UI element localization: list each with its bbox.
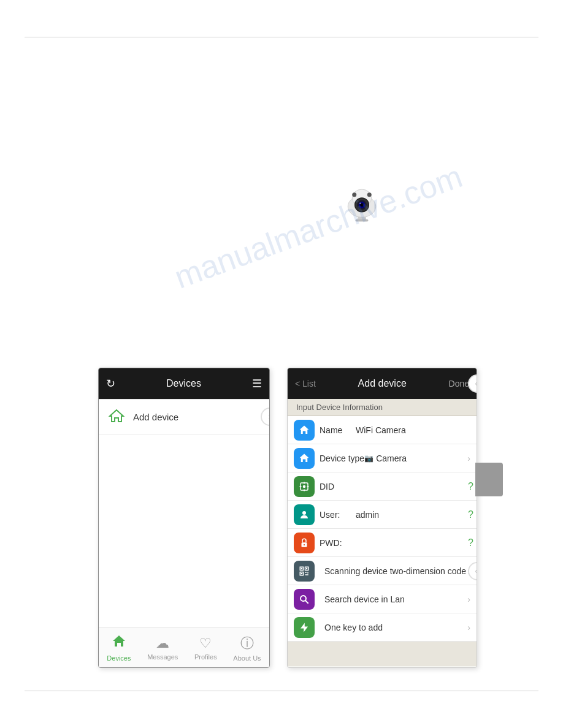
svg-point-3 bbox=[367, 192, 372, 197]
device-type-label: Device type bbox=[320, 453, 364, 463]
did-row: DID ? bbox=[288, 472, 477, 501]
pwd-input[interactable] bbox=[353, 536, 465, 550]
scan-qr-row[interactable]: Scanning device two-dimension code › ○ bbox=[288, 557, 477, 585]
svg-point-22 bbox=[302, 511, 306, 515]
lightning-icon bbox=[294, 617, 315, 638]
device-type-text: Camera bbox=[376, 453, 407, 463]
left-phone-panel: ↻ Devices ☰ Add device › Devices ☁ bbox=[98, 368, 270, 668]
svg-marker-13 bbox=[113, 635, 125, 646]
search-icon bbox=[294, 589, 315, 610]
nav-about[interactable]: ⓘ About Us bbox=[233, 634, 261, 662]
camera-small-icon: 📷 bbox=[364, 454, 373, 463]
user-input[interactable] bbox=[353, 507, 465, 522]
svg-point-8 bbox=[359, 202, 361, 204]
one-key-label: One key to add bbox=[324, 623, 467, 632]
nav-messages[interactable]: ☁ Messages bbox=[147, 635, 178, 661]
qr-icon bbox=[294, 561, 315, 582]
add-device-home-icon bbox=[109, 408, 126, 425]
menu-icon[interactable]: ☰ bbox=[252, 377, 262, 390]
svg-marker-11 bbox=[110, 410, 123, 422]
svg-rect-29 bbox=[306, 567, 307, 569]
device-type-row[interactable]: Device type 📷 Camera › bbox=[288, 444, 477, 472]
watermark: manualmarchive.com bbox=[111, 136, 526, 317]
section-header: Input Device Information bbox=[288, 399, 477, 416]
top-divider bbox=[25, 37, 538, 37]
refresh-icon[interactable]: ↻ bbox=[106, 377, 115, 390]
svg-marker-15 bbox=[300, 453, 309, 462]
about-nav-icon: ⓘ bbox=[240, 634, 254, 653]
scan-circle-btn[interactable]: ○ bbox=[468, 562, 477, 580]
pwd-label: PWD: bbox=[320, 538, 353, 548]
nav-devices[interactable]: Devices bbox=[107, 634, 131, 662]
did-input[interactable] bbox=[353, 479, 465, 494]
user-label: User: bbox=[320, 510, 353, 520]
user-help-icon[interactable]: ? bbox=[468, 509, 473, 520]
did-help-icon[interactable]: ? bbox=[468, 481, 473, 492]
right-panel-header: < List Add device Done ○ bbox=[288, 368, 477, 399]
pwd-row: PWD: ? bbox=[288, 529, 477, 557]
svg-rect-33 bbox=[305, 574, 308, 575]
svg-point-24 bbox=[304, 544, 305, 545]
user-row: User: ? bbox=[288, 501, 477, 529]
right-panel-title: Add device bbox=[316, 378, 449, 389]
bottom-nav: Devices ☁ Messages ♡ Profiles ⓘ About Us bbox=[99, 628, 269, 667]
svg-rect-32 bbox=[307, 572, 308, 573]
scan-qr-label: Scanning device two-dimension code bbox=[324, 566, 467, 576]
add-device-row[interactable]: Add device › bbox=[99, 400, 269, 434]
camera-icon-area bbox=[337, 178, 386, 227]
messages-nav-icon: ☁ bbox=[156, 635, 169, 651]
add-device-label: Add device bbox=[133, 412, 178, 422]
name-icon bbox=[294, 420, 315, 441]
back-button[interactable]: < List bbox=[295, 379, 316, 389]
right-panel: < List Add device Done ○ Input Device In… bbox=[287, 368, 477, 668]
nav-profiles-label: Profiles bbox=[194, 653, 217, 661]
bottom-gray-area bbox=[288, 642, 477, 666]
device-list-empty bbox=[99, 434, 269, 655]
svg-point-17 bbox=[303, 485, 306, 488]
search-lan-label: Search device in Lan bbox=[324, 594, 467, 604]
device-type-chevron: › bbox=[467, 453, 470, 463]
pwd-icon bbox=[294, 533, 315, 553]
svg-marker-14 bbox=[300, 425, 309, 434]
profiles-nav-icon: ♡ bbox=[199, 635, 212, 651]
left-panel-title: Devices bbox=[115, 378, 252, 389]
did-label: DID bbox=[320, 482, 353, 491]
device-type-icon bbox=[294, 448, 315, 469]
svg-rect-28 bbox=[301, 567, 302, 569]
svg-marker-36 bbox=[301, 623, 308, 632]
add-device-arrow[interactable]: › bbox=[261, 408, 270, 426]
search-lan-chevron: › bbox=[467, 594, 470, 604]
user-icon bbox=[294, 504, 315, 525]
svg-rect-30 bbox=[301, 573, 302, 574]
pwd-help-icon[interactable]: ? bbox=[468, 537, 473, 548]
name-label: Name bbox=[320, 425, 353, 435]
device-type-value: 📷 Camera bbox=[364, 453, 407, 463]
search-lan-row[interactable]: Search device in Lan › bbox=[288, 585, 477, 613]
nav-profiles[interactable]: ♡ Profiles bbox=[194, 635, 217, 661]
name-row: Name bbox=[288, 416, 477, 444]
svg-rect-31 bbox=[305, 572, 307, 573]
svg-point-2 bbox=[352, 192, 356, 197]
name-input[interactable] bbox=[353, 423, 470, 438]
svg-rect-10 bbox=[356, 219, 369, 222]
one-key-add-row[interactable]: One key to add › bbox=[288, 613, 477, 642]
header-circle-btn[interactable]: ○ bbox=[468, 374, 477, 393]
bottom-divider bbox=[25, 691, 538, 691]
devices-nav-icon bbox=[112, 634, 126, 653]
nav-messages-label: Messages bbox=[147, 653, 178, 661]
done-button[interactable]: Done bbox=[449, 379, 469, 389]
nav-about-label: About Us bbox=[233, 654, 261, 662]
nav-devices-label: Devices bbox=[107, 654, 131, 662]
one-key-chevron: › bbox=[467, 623, 470, 632]
did-icon bbox=[294, 476, 315, 497]
gray-sidebar-tab bbox=[475, 463, 503, 496]
svg-line-35 bbox=[305, 600, 308, 603]
left-panel-header: ↻ Devices ☰ bbox=[99, 368, 269, 399]
